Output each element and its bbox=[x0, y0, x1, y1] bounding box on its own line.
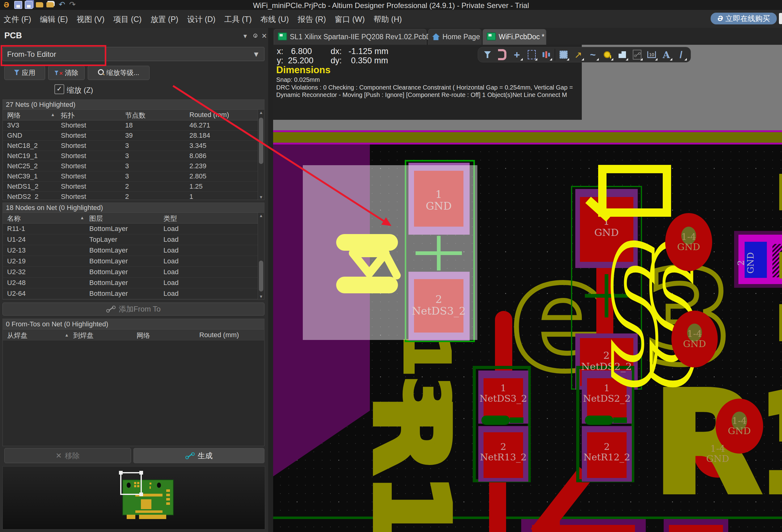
dx-value: -1.125 mm bbox=[349, 47, 388, 56]
preview-viewport[interactable] bbox=[120, 472, 142, 495]
net-row[interactable]: 3V3Shortest1846.271 bbox=[3, 120, 264, 130]
add-fromto-button[interactable]: 添加From To bbox=[2, 303, 264, 315]
menu-bar: 文件 (F) 编辑 (E) 视图 (V) 项目 (C) 放置 (P) 设计 (D… bbox=[0, 10, 782, 28]
remove-x-icon: ✕ bbox=[56, 451, 62, 460]
node-row[interactable]: U2-13BottomLayerLoad bbox=[3, 245, 264, 256]
fromto-tool-icon[interactable] bbox=[631, 48, 644, 61]
dy-label: dy: bbox=[330, 56, 342, 66]
menu-window[interactable]: 窗口 (W) bbox=[334, 14, 364, 25]
tab-sl1-pcbdoc[interactable]: SL1 Xilinx Spartan-IIE PQ208 Rev1.02.Pcb… bbox=[274, 29, 426, 45]
menu-tools[interactable]: 工具 (T) bbox=[224, 14, 252, 25]
board-insight-icon[interactable] bbox=[540, 48, 553, 61]
col-topology[interactable]: 拓扑 bbox=[61, 111, 74, 120]
apply-button[interactable]: 应用 bbox=[4, 66, 45, 80]
drc-status: DRC Violations : 0 Checking : Component … bbox=[276, 84, 573, 91]
net-row[interactable]: NetC25_2Shortest32.239 bbox=[3, 161, 264, 172]
menu-reports[interactable]: 报告 (R) bbox=[297, 14, 326, 25]
route-tool-icon[interactable]: ↗ bbox=[572, 48, 584, 61]
menu-file[interactable]: 文件 (F) bbox=[4, 14, 31, 25]
tune-meander-icon[interactable]: ~ bbox=[586, 48, 599, 61]
menu-place[interactable]: 放置 (P) bbox=[150, 14, 178, 25]
silkscreen-edge-bar bbox=[779, 252, 782, 278]
pcb-panel: PCB ▾ ✕ From-To Editor ▼ 应用 ✕清除 缩放等级... … bbox=[0, 28, 268, 532]
col-routed[interactable]: Routed (mm) bbox=[199, 331, 239, 339]
net-row[interactable]: NetDS2_2Shortest21 bbox=[3, 191, 264, 200]
remove-button[interactable]: ✕移除 bbox=[4, 448, 131, 463]
tab-wifi-pcbdoc-active[interactable]: WiFi.PcbDoc * bbox=[483, 29, 546, 45]
mounting-hole bbox=[157, 483, 161, 488]
col-from-pad[interactable]: 从焊盘 bbox=[7, 331, 28, 340]
snap-status: Snap: 0.025mm bbox=[276, 76, 320, 83]
net-row[interactable]: NetC19_1Shortest38.086 bbox=[3, 151, 264, 161]
tab-home-page[interactable]: Home Page bbox=[428, 29, 482, 45]
col-to-pad[interactable]: 到焊盘 bbox=[73, 331, 94, 340]
menu-edit[interactable]: 编辑 (E) bbox=[40, 14, 68, 25]
col-name[interactable]: 名称 bbox=[7, 214, 21, 223]
panel-pin-icon[interactable] bbox=[253, 32, 257, 40]
silkscreen-r1-rotated: R1 bbox=[349, 395, 473, 519]
generate-link-icon bbox=[185, 452, 194, 459]
silkscreen-edge-bar bbox=[779, 304, 782, 341]
nets-table-title: 27 Nets (0 Highlighted) bbox=[3, 100, 264, 110]
connector-pad2-label: 2GND bbox=[736, 223, 756, 303]
nets-scrollbar[interactable]: ▲ ▼ bbox=[258, 110, 264, 200]
node-row[interactable]: U2-64BottomLayerLoad bbox=[3, 288, 264, 299]
col-net[interactable]: 网络 bbox=[137, 331, 150, 340]
menu-project[interactable]: 项目 (C) bbox=[113, 14, 142, 25]
net-row[interactable]: NetC18_2Shortest33.345 bbox=[3, 141, 264, 151]
filter-tool-icon[interactable] bbox=[481, 48, 494, 61]
text-tool-icon[interactable]: A bbox=[660, 48, 673, 61]
buy-online-button[interactable]: Ə立即在线购买 bbox=[711, 13, 777, 25]
via-tool-icon[interactable] bbox=[601, 48, 614, 61]
node-row[interactable]: U2-48BottomLayerLoad bbox=[3, 277, 264, 289]
col-layer[interactable]: 图层 bbox=[89, 214, 103, 223]
altium-logo-icon: Ə bbox=[717, 14, 723, 23]
panel-close-icon[interactable]: ✕ bbox=[261, 32, 267, 40]
sort-asc-icon: ▲ bbox=[80, 215, 84, 220]
pcbdoc-icon bbox=[278, 32, 287, 40]
dimension-tool-icon[interactable]: 10 bbox=[645, 48, 658, 61]
select-area-icon[interactable] bbox=[525, 48, 538, 61]
col-net[interactable]: 网络 bbox=[7, 111, 21, 120]
pcb-canvas[interactable]: 1GND 2NetDS3_2 1GND bbox=[273, 145, 782, 532]
col-nodecount[interactable]: 节点数 bbox=[125, 111, 145, 120]
partial-button[interactable] bbox=[779, 13, 782, 24]
nodes-scrollbar[interactable]: ▲ ▼ bbox=[258, 213, 264, 300]
altium-designer-window: Ə ↶ ↷ WiFi_miniPCIe.PrjPcb - Altium Desi… bbox=[0, 0, 782, 532]
filter-icon bbox=[14, 70, 20, 75]
zoom-checkbox[interactable]: ✓ bbox=[55, 84, 64, 94]
node-row[interactable]: U2-19BottomLayerLoad bbox=[3, 256, 264, 267]
menu-route[interactable]: 布线 (U) bbox=[260, 14, 289, 25]
y-value: 25.200 bbox=[288, 56, 314, 66]
r13-body bbox=[510, 417, 523, 423]
fromtos-table-header: 从焊盘 ▲ 到焊盘 网络 Routed (mm) bbox=[3, 330, 264, 341]
copper-trace[interactable] bbox=[543, 515, 560, 532]
drag-overlay bbox=[303, 165, 477, 340]
col-type[interactable]: 类型 bbox=[164, 214, 177, 223]
generate-button[interactable]: 生成 bbox=[134, 448, 264, 463]
node-row[interactable]: R11-1BottomLayerLoad bbox=[3, 223, 264, 234]
pcbdoc-icon bbox=[487, 32, 496, 40]
menu-view[interactable]: 视图 (V) bbox=[77, 14, 104, 25]
x-label: x: bbox=[277, 47, 283, 56]
polygon-pour-icon[interactable] bbox=[616, 48, 629, 61]
panel-dropdown-icon[interactable]: ▾ bbox=[244, 32, 247, 40]
component-tool-icon[interactable] bbox=[557, 48, 570, 61]
filter-icon bbox=[55, 71, 59, 75]
move-tool-icon[interactable]: + bbox=[510, 48, 523, 61]
title-bar: Ə ↶ ↷ WiFi_miniPCIe.PrjPcb - Altium Desi… bbox=[0, 0, 782, 10]
snap-magnet-icon[interactable] bbox=[496, 48, 509, 61]
clear-button[interactable]: ✕清除 bbox=[48, 66, 85, 80]
node-row[interactable]: U1-24TopLayerLoad bbox=[3, 234, 264, 245]
net-row[interactable]: NetC39_1Shortest32.805 bbox=[3, 171, 264, 182]
dynamic-status: Dynamic Reconnector - Moving [Push : Ign… bbox=[276, 91, 567, 99]
zoom-level-button[interactable]: 缩放等级... bbox=[88, 66, 149, 80]
menu-help[interactable]: 帮助 (H) bbox=[374, 14, 402, 25]
menu-design[interactable]: 设计 (D) bbox=[187, 14, 216, 25]
net-row[interactable]: NetDS1_2Shortest21.25 bbox=[3, 181, 264, 192]
panel-splitter[interactable] bbox=[268, 28, 273, 532]
node-row[interactable]: U2-32BottomLayerLoad bbox=[3, 266, 264, 277]
selected-silkscreen-rect bbox=[598, 165, 671, 217]
net-row[interactable]: GNDShortest3928.184 bbox=[3, 130, 264, 141]
line-tool-icon[interactable]: / bbox=[675, 48, 688, 61]
